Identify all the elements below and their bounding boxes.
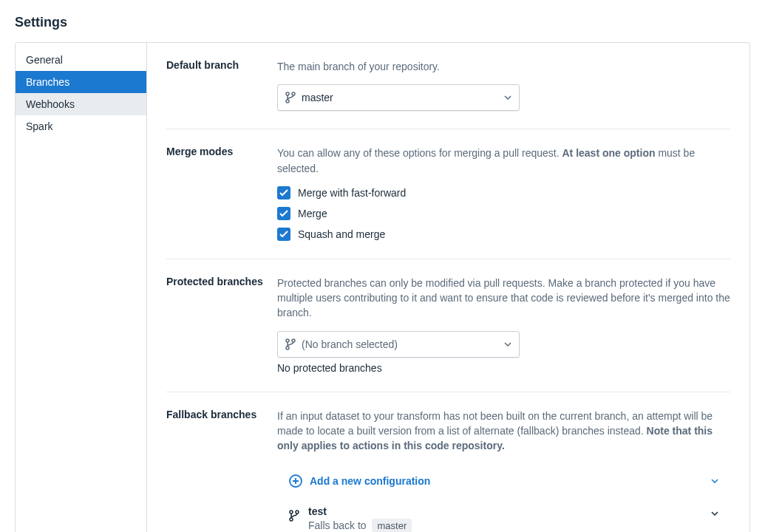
branch-icon <box>285 338 296 350</box>
plus-circle-icon <box>289 474 302 488</box>
checkbox-label: Squash and merge <box>298 228 385 240</box>
section-label: Fallback branches <box>166 409 277 532</box>
fallback-desc: If an input dataset to your transform ha… <box>277 409 730 454</box>
fallback-branch-name: test <box>308 505 711 517</box>
caret-down-icon <box>711 511 718 516</box>
falls-back-line: Falls back to master <box>308 519 711 532</box>
section-default-branch: Default branch The main branch of your r… <box>166 59 730 129</box>
svg-point-8 <box>296 511 299 514</box>
sidebar-item-branches[interactable]: Branches <box>16 71 146 93</box>
section-label: Default branch <box>166 59 277 111</box>
section-merge-modes: Merge modes You can allow any of these o… <box>166 146 730 259</box>
sidebar-item-webhooks[interactable]: Webhooks <box>16 93 146 115</box>
caret-down-icon <box>711 479 718 483</box>
branch-icon <box>289 510 299 522</box>
settings-panel: General Branches Webhooks Spark Default … <box>15 42 750 532</box>
fallback-config-item[interactable]: test Falls back to master <box>277 498 730 532</box>
caret-down-icon <box>504 95 511 100</box>
branch-tag: master <box>372 519 412 532</box>
checkbox-icon <box>277 228 290 241</box>
page-title: Settings <box>15 15 750 30</box>
checkbox-icon <box>277 207 290 220</box>
checkbox-icon <box>277 186 290 200</box>
merge-modes-desc: You can allow any of these options for m… <box>277 146 730 176</box>
add-configuration-label: Add a new configuration <box>310 475 430 487</box>
section-label: Merge modes <box>166 146 277 241</box>
caret-down-icon <box>504 342 511 347</box>
add-configuration-button[interactable]: Add a new configuration <box>277 464 730 498</box>
section-label: Protected branches <box>166 276 277 374</box>
svg-point-4 <box>292 339 295 342</box>
merge-option-squash[interactable]: Squash and merge <box>277 228 730 241</box>
default-branch-select[interactable]: master <box>277 84 520 111</box>
svg-point-5 <box>286 347 289 349</box>
checkbox-label: Merge <box>298 208 327 219</box>
content: Default branch The main branch of your r… <box>147 43 749 532</box>
section-protected-branches: Protected branches Protected branches ca… <box>166 276 730 392</box>
sidebar: General Branches Webhooks Spark <box>16 43 147 532</box>
merge-option-merge[interactable]: Merge <box>277 207 730 220</box>
svg-point-3 <box>286 339 289 342</box>
svg-point-2 <box>286 100 289 103</box>
sidebar-item-spark[interactable]: Spark <box>16 115 146 137</box>
sidebar-item-general[interactable]: General <box>16 49 146 71</box>
svg-point-9 <box>290 518 293 521</box>
default-branch-value: master <box>302 92 504 103</box>
protected-placeholder: (No branch selected) <box>302 338 504 350</box>
svg-point-7 <box>290 511 293 514</box>
protected-desc: Protected branches can only be modified … <box>277 276 730 321</box>
svg-point-1 <box>292 92 295 95</box>
default-branch-desc: The main branch of your repository. <box>277 59 730 74</box>
svg-point-0 <box>286 92 289 95</box>
merge-option-fastforward[interactable]: Merge with fast-forward <box>277 186 730 200</box>
no-protected-text: No protected branches <box>277 362 730 374</box>
checkbox-label: Merge with fast-forward <box>298 187 406 199</box>
section-fallback-branches: Fallback branches If an input dataset to… <box>166 409 730 532</box>
protected-branch-select[interactable]: (No branch selected) <box>277 331 520 358</box>
branch-icon <box>285 92 296 103</box>
